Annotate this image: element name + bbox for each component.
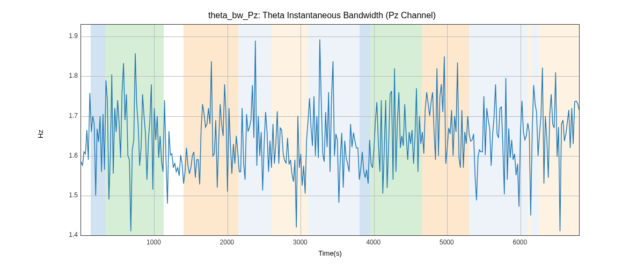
x-tick-label: 5000 [440, 239, 454, 246]
x-tick-label: 6000 [513, 239, 527, 246]
y-tick-label: 1.8 [51, 72, 78, 79]
x-tick-label: 2000 [220, 239, 235, 246]
chart-figure: theta_bw_Pz: Theta Instantaneous Bandwid… [0, 0, 644, 268]
line-series [81, 25, 579, 235]
x-tick-label: 4000 [367, 239, 381, 246]
y-tick-label: 1.4 [51, 231, 78, 239]
y-tick-label: 1.6 [51, 152, 78, 159]
gridline-horizontal [81, 235, 579, 236]
plot-area [80, 24, 580, 236]
y-tick-label: 1.7 [51, 112, 78, 120]
y-axis-label: Hz [36, 130, 45, 138]
y-tick-label: 1.9 [51, 32, 78, 40]
x-tick-label: 1000 [147, 239, 161, 246]
x-axis-label: Time(s) [80, 249, 580, 257]
chart-title: theta_bw_Pz: Theta Instantaneous Bandwid… [0, 11, 644, 20]
x-tick-label: 3000 [293, 239, 308, 246]
y-tick-label: 1.5 [51, 191, 78, 199]
